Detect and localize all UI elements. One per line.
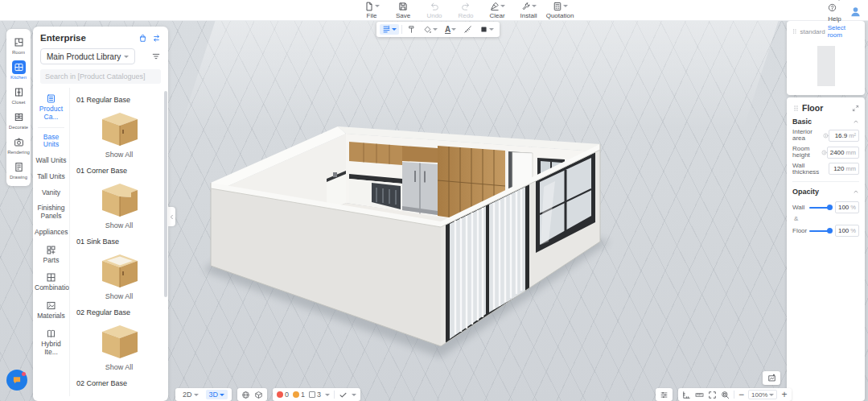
caret-down-icon <box>500 5 505 7</box>
basic-section-header[interactable]: Basic <box>792 118 859 126</box>
annotation-tool[interactable]: A <box>442 25 459 35</box>
show-all-link[interactable]: Show All <box>70 291 168 302</box>
show-all-link[interactable]: Show All <box>70 220 168 231</box>
info-icon[interactable] <box>823 133 829 138</box>
install-button[interactable]: Install <box>516 1 541 19</box>
floorplan-thumbnail[interactable] <box>817 46 835 86</box>
wall-opacity-slider[interactable] <box>809 207 832 209</box>
view-2d-toggle[interactable]: 2D <box>179 390 202 399</box>
category-tall-units[interactable]: Tall Units <box>33 169 69 185</box>
hardware-tool[interactable] <box>405 24 418 35</box>
sidebar-item-closet[interactable]: Closet <box>6 83 31 108</box>
category-wall-units[interactable]: Wall Units <box>33 153 69 169</box>
caret-down-icon[interactable] <box>325 394 330 396</box>
clear-icon <box>490 2 500 11</box>
divider <box>792 181 859 182</box>
sidebar-item-decorate[interactable]: Decorate <box>6 108 31 133</box>
category-label: Finishing Panels <box>37 204 64 220</box>
sidebar-item-drawing[interactable]: Drawing <box>6 158 31 183</box>
help-button[interactable]: Help <box>828 1 841 23</box>
category-parts[interactable]: Parts <box>33 241 69 269</box>
perspective-cube-icon[interactable] <box>254 391 263 399</box>
save-button[interactable]: Save <box>391 1 415 19</box>
view-3d-toggle[interactable]: 3D <box>206 390 228 399</box>
product-thumbnail[interactable] <box>94 320 144 362</box>
material-tool[interactable] <box>421 24 440 35</box>
quotation-button[interactable]: Quotation <box>548 1 572 19</box>
note-count[interactable]: 3 <box>309 391 321 399</box>
caret-down-icon <box>532 5 537 7</box>
product-thumbnail[interactable] <box>94 249 144 291</box>
minimap-mode-label: standard <box>800 28 825 35</box>
module-sidebar: Room Kitchen Closet Decorate Rendering D… <box>6 29 31 186</box>
drag-handle-icon[interactable] <box>792 28 798 35</box>
slider-knob[interactable] <box>827 228 833 234</box>
category-label: Appliances <box>35 228 68 236</box>
scrollbar[interactable] <box>164 91 167 297</box>
filter-icon[interactable] <box>151 52 161 61</box>
product-thumbnail[interactable] <box>94 178 144 220</box>
chat-fab[interactable] <box>6 370 27 391</box>
opacity-section-header[interactable]: Opacity <box>792 188 859 196</box>
room-height-input[interactable]: 2400 mm <box>827 147 859 159</box>
zoom-area-icon[interactable] <box>721 391 730 399</box>
drag-handle-icon[interactable] <box>792 105 800 112</box>
store-icon[interactable] <box>138 34 147 43</box>
wall-opacity-input[interactable]: 100 % <box>835 201 859 213</box>
floor-opacity-slider[interactable] <box>809 230 832 232</box>
show-all-link[interactable]: Show All <box>70 362 168 373</box>
display-settings-icon[interactable] <box>660 391 668 399</box>
undo-button[interactable]: Undo <box>422 1 446 19</box>
category-vanity[interactable]: Vanity <box>33 185 69 201</box>
show-all-link[interactable]: Show All <box>70 149 168 160</box>
caret-down-icon[interactable] <box>352 394 356 396</box>
catalog-panel: Enterprise Main Product Library Search i… <box>33 27 168 401</box>
redo-button[interactable]: Redo <box>454 1 478 19</box>
wall-tool[interactable] <box>477 24 496 35</box>
sidebar-item-label: Closet <box>11 100 25 105</box>
library-dropdown[interactable]: Main Product Library <box>40 48 135 64</box>
catalog-search-input[interactable]: Search in [Product Catalogues] <box>40 69 161 84</box>
category-rail: Product Ca... Base Units Wall Units Tall… <box>33 88 70 396</box>
category-hybrid-items[interactable]: Hybrid Ite... <box>33 325 69 361</box>
swap-library-icon[interactable] <box>152 34 161 43</box>
category-product-catalogue[interactable]: Product Ca... <box>33 89 69 126</box>
zoom-level-field[interactable]: 100% <box>748 390 777 399</box>
error-count[interactable]: 0 <box>277 391 289 399</box>
category-appliances[interactable]: Appliances <box>33 225 69 241</box>
sidebar-item-room[interactable]: Room <box>6 33 31 58</box>
error-count-value: 0 <box>285 391 289 399</box>
sidebar-item-kitchen[interactable]: Kitchen <box>6 58 31 83</box>
category-combinations[interactable]: Combinatio... <box>33 268 69 296</box>
info-icon[interactable] <box>821 150 827 155</box>
file-button[interactable]: File <box>360 1 384 19</box>
warning-count[interactable]: 1 <box>293 391 305 399</box>
validate-check-icon[interactable] <box>339 391 348 399</box>
measure-tool[interactable] <box>461 24 475 35</box>
sidebar-item-rendering[interactable]: Rendering <box>6 133 31 158</box>
user-avatar[interactable] <box>849 6 862 18</box>
interior-area-input[interactable]: 16.9 m² <box>829 130 859 142</box>
panel-collapse-handle[interactable] <box>168 207 175 226</box>
ruler-corner-icon[interactable] <box>682 391 691 399</box>
select-room-link[interactable]: Select room <box>828 24 860 39</box>
topbar-right-group: Help <box>828 1 862 23</box>
help-icon <box>828 3 837 12</box>
product-thumbnail[interactable] <box>94 391 144 396</box>
chat-bubble-icon <box>12 375 22 385</box>
category-base-units[interactable]: Base Units <box>33 130 69 154</box>
viewport-toolbar: A <box>376 22 500 37</box>
globe-icon[interactable] <box>241 391 250 399</box>
ruler-icon[interactable] <box>695 391 704 399</box>
category-finishing-panels[interactable]: Finishing Panels <box>33 200 69 225</box>
category-materials[interactable]: Materials <box>33 296 69 325</box>
floor-opacity-input[interactable]: 100 % <box>835 225 859 237</box>
expand-icon[interactable] <box>852 105 859 112</box>
slider-knob[interactable] <box>827 205 833 210</box>
cabinet-layout-tool[interactable] <box>380 24 399 35</box>
clear-button[interactable]: Clear <box>485 1 509 19</box>
product-thumbnail[interactable] <box>94 107 144 149</box>
fit-screen-icon[interactable] <box>708 391 717 399</box>
snapshot-button[interactable] <box>763 371 780 385</box>
wall-thickness-input[interactable]: 120 mm <box>829 163 859 175</box>
